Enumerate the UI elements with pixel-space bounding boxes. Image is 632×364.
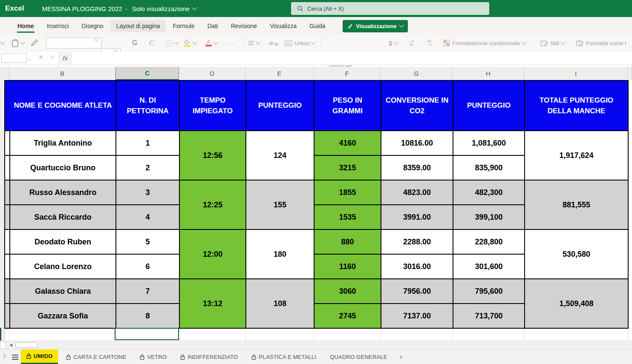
cell-bib[interactable]: 4 <box>116 205 180 230</box>
tab-revisione[interactable]: Revisione <box>225 20 263 32</box>
cell-points[interactable]: 713,700 <box>453 304 525 329</box>
search-input[interactable]: Cerca (Alt + X) <box>291 2 489 15</box>
paste-button[interactable] <box>12 37 24 49</box>
cell-bib[interactable]: 7 <box>116 279 180 304</box>
wrap-text-button[interactable]: ab <box>268 37 279 49</box>
sheet-tab-carta-e-cartone[interactable]: CARTA E CARTONE <box>61 350 132 364</box>
sliver-cell[interactable] <box>5 230 10 255</box>
cell-weight[interactable]: 3060 <box>315 279 381 304</box>
cell-total-merged[interactable]: 1,917,624 <box>525 131 629 181</box>
cell-total-merged[interactable]: 530,580 <box>525 230 629 279</box>
cell-total-merged[interactable]: 1,509,408 <box>525 279 629 329</box>
name-box[interactable] <box>1 53 27 63</box>
column-header-e[interactable]: E <box>245 67 314 80</box>
tab-inserisci[interactable]: Inserisci <box>41 20 74 32</box>
cell-weight[interactable]: 4160 <box>315 131 381 156</box>
sheet-tab-indifferenziato[interactable]: INDIFFERENZIATO <box>175 350 243 364</box>
more-font-options-button[interactable]: ··· <box>227 37 234 49</box>
sheet-nav-chevron[interactable] <box>2 354 5 360</box>
header-time[interactable]: TEMPO IMPIEGATO <box>180 81 246 131</box>
borders-button[interactable] <box>166 37 178 49</box>
cell-points[interactable]: 228,800 <box>453 230 525 255</box>
sliver-cell[interactable] <box>5 131 10 156</box>
cell-co2[interactable]: 7137.00 <box>381 304 453 329</box>
merge-cells-button[interactable]: Unisci <box>285 37 315 49</box>
column-header-b[interactable]: B <box>9 67 115 80</box>
header-co2[interactable]: CONVERSIONE IN CO2 <box>381 81 453 131</box>
italic-button[interactable]: C <box>149 37 154 49</box>
column-header-g[interactable]: G <box>381 67 453 80</box>
bold-button[interactable]: G <box>132 37 137 49</box>
cell-name[interactable]: Deodato Ruben <box>10 230 116 255</box>
styles-button[interactable]: Stili <box>540 37 565 49</box>
cell-weight[interactable]: 1855 <box>315 181 381 205</box>
add-sheet-button[interactable]: + <box>399 353 403 361</box>
column-header-h[interactable]: H <box>453 67 524 80</box>
tab-guida[interactable]: Guida <box>304 20 331 32</box>
cell-co2[interactable]: 3016.00 <box>381 255 453 279</box>
scrollbar-thumb[interactable] <box>15 342 38 348</box>
header-bib[interactable]: N. DI PETTORINA <box>116 81 180 131</box>
tab-dati[interactable]: Dati <box>202 20 224 32</box>
cell-points[interactable]: 795,600 <box>453 279 525 304</box>
column-header-a-sliver[interactable] <box>4 67 9 80</box>
sheet-tab-umido[interactable]: UMIDO <box>21 350 58 364</box>
cell-name[interactable]: Gazzara Sofia <box>10 304 116 329</box>
cell-name[interactable]: Quartuccio Bruno <box>10 156 116 181</box>
cancel-button[interactable]: ✕ <box>38 54 43 60</box>
sheet-tab-vetro[interactable]: VETRO <box>134 350 172 364</box>
cell-co2[interactable]: 7956.00 <box>381 279 453 304</box>
name-box-dropdown[interactable] <box>28 56 31 63</box>
cell-time-merged[interactable]: 12:56 <box>180 131 246 181</box>
decrease-decimal-button[interactable]: .00→0 <box>426 37 431 49</box>
cell-bib[interactable]: 5 <box>116 230 180 255</box>
format-as-table-button[interactable]: Formatta come t <box>576 37 632 49</box>
tab-layout-di-pagina[interactable]: Layout di pagina <box>111 20 166 32</box>
tab-disegno[interactable]: Disegno <box>76 20 109 32</box>
cell-name[interactable]: Triglia Antonino <box>10 131 116 156</box>
increase-decimal-button[interactable]: ←0.00 <box>408 37 413 49</box>
tab-formule[interactable]: Formule <box>167 20 200 32</box>
cell-points[interactable]: 482,300 <box>453 181 525 205</box>
cell-score-merged[interactable]: 155 <box>246 181 315 230</box>
column-header-i[interactable]: I <box>524 67 628 80</box>
cell-bib[interactable]: 8 <box>116 304 180 329</box>
redo-dropdown-button[interactable] <box>1 37 4 49</box>
cell-co2[interactable]: 2288.00 <box>381 230 453 255</box>
cell-co2[interactable]: 8359.00 <box>381 156 453 181</box>
cell-points[interactable]: 399,100 <box>453 205 525 230</box>
sliver-cell[interactable] <box>5 205 10 230</box>
font-name-select[interactable] <box>46 37 101 49</box>
cell-points[interactable]: 1,081,600 <box>453 131 525 156</box>
header-total[interactable]: TOTALE PUNTEGGIO DELLA MANCHE <box>525 81 629 131</box>
sliver-cell[interactable] <box>5 156 10 181</box>
cell-name[interactable]: Galasso Chiara <box>10 279 116 304</box>
cell-co2[interactable]: 4823.00 <box>381 181 453 205</box>
cell-co2[interactable]: 10816.00 <box>381 131 453 156</box>
cell-score-merged[interactable]: 108 <box>246 279 315 329</box>
conditional-formatting-button[interactable]: Formattazione condizionale <box>443 37 525 49</box>
header-score[interactable]: PUNTEGGIO <box>246 81 315 131</box>
cell-name[interactable]: Russo Alessandro <box>10 181 116 205</box>
fill-color-button[interactable] <box>184 37 196 49</box>
active-cell-selection[interactable] <box>115 328 179 340</box>
view-mode-button[interactable]: Visualizzazione <box>343 20 408 32</box>
cell-bib[interactable]: 6 <box>116 255 180 279</box>
column-header-c[interactable]: C <box>115 67 179 80</box>
cell-bib[interactable]: 2 <box>116 156 180 181</box>
confirm-button[interactable]: ✓ <box>50 54 55 60</box>
all-sheets-menu-button[interactable] <box>12 355 18 360</box>
format-painter-button[interactable] <box>31 37 39 49</box>
scroll-left-arrow[interactable]: ◄ <box>9 342 13 347</box>
header-score2[interactable]: PUNTEGGIO <box>453 81 525 131</box>
sliver-cell[interactable] <box>5 181 10 205</box>
cell-score-merged[interactable]: 124 <box>246 131 315 181</box>
header-name[interactable]: NOME E COGNOME ATLETA <box>10 81 116 131</box>
cell-weight[interactable]: 1535 <box>315 205 381 230</box>
sliver-cell[interactable] <box>5 304 10 329</box>
cell-weight[interactable]: 880 <box>315 230 381 255</box>
sheet-tab-quadro-generale[interactable]: QUADRO GENERALE <box>324 350 392 364</box>
cell-total-merged[interactable]: 881,555 <box>525 181 629 230</box>
header-weight[interactable]: PESO IN GRAMMI <box>315 81 381 131</box>
cell-weight[interactable]: 2745 <box>315 304 381 329</box>
